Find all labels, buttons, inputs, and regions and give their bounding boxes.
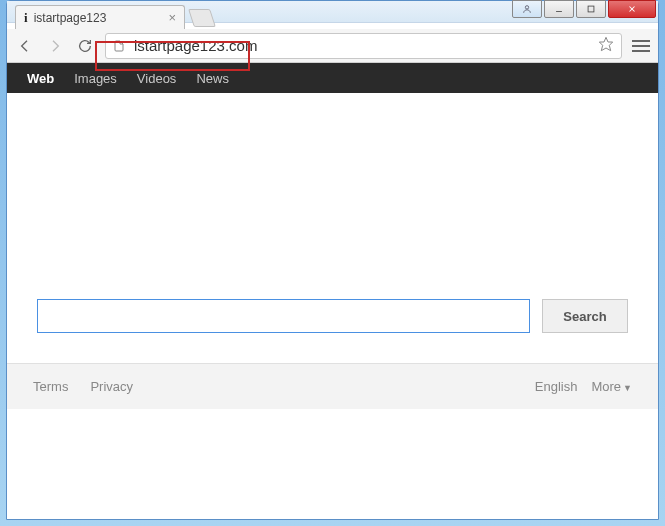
- footer-privacy-link[interactable]: Privacy: [90, 379, 133, 394]
- reload-button[interactable]: [75, 36, 95, 56]
- back-button[interactable]: [15, 36, 35, 56]
- favicon-icon: i: [24, 10, 28, 26]
- search-button[interactable]: Search: [542, 299, 628, 333]
- search-input[interactable]: [37, 299, 530, 333]
- svg-rect-2: [588, 6, 594, 12]
- footer-left: Terms Privacy: [33, 379, 133, 394]
- page-icon: [113, 39, 125, 53]
- maximize-button[interactable]: [576, 0, 606, 18]
- bottom-whitespace: [7, 409, 658, 519]
- menubar-item-videos[interactable]: Videos: [127, 65, 187, 92]
- content-area: Search Terms Privacy English More▼: [7, 93, 658, 519]
- search-area: Search: [7, 93, 658, 363]
- page-viewport: Web Images Videos News Search Terms Priv…: [7, 63, 658, 519]
- browser-toolbar: [7, 29, 658, 63]
- tab-title: istartpage123: [34, 11, 107, 25]
- footer-right: English More▼: [535, 379, 632, 394]
- browser-tab[interactable]: i istartpage123 ×: [15, 5, 185, 29]
- menubar-item-web[interactable]: Web: [17, 65, 64, 92]
- close-button[interactable]: [608, 0, 656, 18]
- footer-terms-link[interactable]: Terms: [33, 379, 68, 394]
- user-button[interactable]: [512, 0, 542, 18]
- address-bar-container: [105, 33, 622, 59]
- window-controls: [512, 0, 656, 18]
- chrome-menu-button[interactable]: [632, 40, 650, 52]
- minimize-button[interactable]: [544, 0, 574, 18]
- menubar-item-news[interactable]: News: [186, 65, 239, 92]
- address-bar[interactable]: [105, 33, 622, 59]
- page-footer: Terms Privacy English More▼: [7, 363, 658, 409]
- chevron-down-icon: ▼: [623, 383, 632, 393]
- footer-more-label: More: [591, 379, 621, 394]
- site-menubar: Web Images Videos News: [7, 63, 658, 93]
- footer-language-link[interactable]: English: [535, 379, 578, 394]
- tab-close-icon[interactable]: ×: [168, 10, 176, 25]
- footer-more-link[interactable]: More▼: [591, 379, 632, 394]
- forward-button[interactable]: [45, 36, 65, 56]
- bookmark-star-icon[interactable]: [598, 36, 614, 56]
- svg-marker-5: [599, 37, 612, 50]
- browser-window: i istartpage123 × Web Images: [6, 0, 659, 520]
- svg-point-0: [525, 6, 528, 9]
- menubar-item-images[interactable]: Images: [64, 65, 127, 92]
